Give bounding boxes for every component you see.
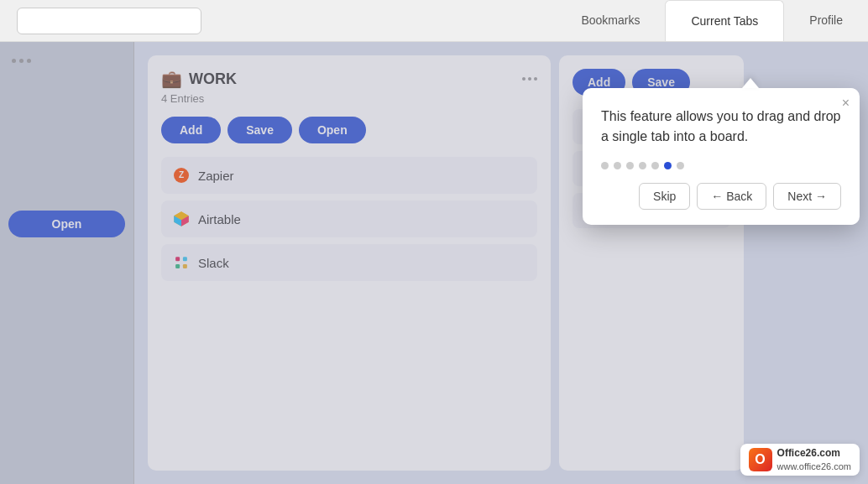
- tab-profile[interactable]: Profile: [784, 0, 868, 41]
- dot-5: [651, 162, 659, 169]
- tab-bookmarks[interactable]: Bookmarks: [556, 0, 665, 41]
- tooltip-actions: Skip ← Back Next →: [601, 183, 841, 210]
- dot-1: [601, 162, 609, 169]
- tooltip-skip-button[interactable]: Skip: [639, 183, 690, 210]
- dot-6: [664, 162, 672, 169]
- tab-current-tabs[interactable]: Current Tabs: [665, 0, 784, 41]
- tooltip-back-button[interactable]: ← Back: [697, 183, 766, 210]
- top-nav: Bookmarks Current Tabs Profile: [0, 0, 868, 42]
- tooltip-next-button[interactable]: Next →: [773, 183, 841, 210]
- main-area: Open 💼 WORK 4 Entries Add Save Open Z: [0, 42, 868, 484]
- watermark-text: Office26.com www.office26.com: [777, 447, 851, 472]
- dot-2: [614, 162, 621, 169]
- tooltip-progress-dots: [601, 162, 841, 169]
- tooltip-arrow: [742, 78, 759, 88]
- tooltip-text: This feature allows you to drag and drop…: [601, 107, 841, 147]
- dot-4: [639, 162, 646, 169]
- watermark-icon: O: [749, 448, 772, 471]
- tooltip-popover: × This feature allows you to drag and dr…: [583, 88, 860, 225]
- watermark: O Office26.com www.office26.com: [740, 444, 860, 476]
- tooltip-close-button[interactable]: ×: [842, 96, 850, 110]
- dot-3: [626, 162, 634, 169]
- nav-tabs: Bookmarks Current Tabs Profile: [556, 0, 868, 41]
- search-bar[interactable]: [17, 8, 201, 34]
- dot-7: [677, 162, 684, 169]
